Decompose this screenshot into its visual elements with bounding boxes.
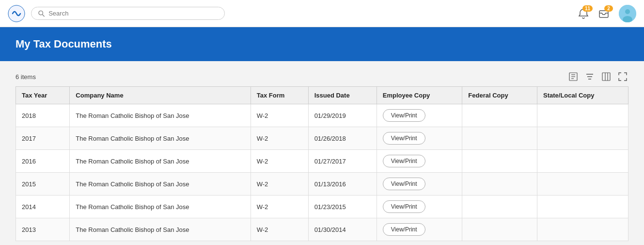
fullscreen-icon[interactable] [617, 71, 628, 82]
col-employee-copy: Employee Copy [377, 87, 462, 104]
cell-tax-year: 2016 [16, 150, 70, 173]
cell-issued-date: 01/23/2015 [308, 196, 377, 218]
main-content: 6 items [0, 61, 644, 245]
cell-state-copy [537, 218, 628, 241]
cell-issued-date: 01/27/2017 [308, 150, 377, 173]
cell-issued-date: 01/13/2016 [308, 173, 377, 196]
cell-employee-copy[interactable]: View/Print [377, 127, 462, 150]
table-toolbar: 6 items [16, 71, 628, 82]
svg-rect-14 [602, 73, 610, 81]
topbar-icons: 11 2 [578, 5, 636, 22]
cell-company-name: The Roman Catholic Bishop of San Jose [70, 218, 251, 241]
view-print-employee-button[interactable]: View/Print [383, 155, 425, 167]
page-header: My Tax Documents [0, 27, 644, 61]
cell-tax-year: 2017 [16, 127, 70, 150]
cell-federal-copy [462, 196, 537, 218]
tax-documents-table: Tax Year Company Name Tax Form Issued Da… [16, 86, 628, 241]
notifications-badge: 11 [582, 5, 593, 12]
cell-federal-copy [462, 104, 537, 127]
cell-company-name: The Roman Catholic Bishop of San Jose [70, 150, 251, 173]
view-print-employee-button[interactable]: View/Print [383, 223, 425, 236]
col-company-name: Company Name [70, 87, 251, 104]
inbox-button[interactable]: 2 [598, 8, 609, 19]
col-tax-year: Tax Year [16, 87, 70, 104]
search-box[interactable] [31, 7, 225, 20]
view-print-employee-button[interactable]: View/Print [383, 109, 425, 122]
table-row: 2013 The Roman Catholic Bishop of San Jo… [16, 218, 628, 241]
search-icon [38, 10, 45, 17]
cell-tax-year: 2014 [16, 196, 70, 218]
cell-employee-copy[interactable]: View/Print [377, 104, 462, 127]
cell-state-copy [537, 104, 628, 127]
columns-icon[interactable] [600, 71, 612, 82]
cell-state-copy [537, 150, 628, 173]
cell-tax-form: W-2 [251, 173, 308, 196]
cell-federal-copy [462, 173, 537, 196]
cell-issued-date: 01/30/2014 [308, 218, 377, 241]
cell-tax-year: 2013 [16, 218, 70, 241]
cell-tax-year: 2015 [16, 173, 70, 196]
cell-employee-copy[interactable]: View/Print [377, 196, 462, 218]
table-row: 2015 The Roman Catholic Bishop of San Jo… [16, 173, 628, 196]
svg-line-2 [42, 14, 44, 16]
cell-company-name: The Roman Catholic Bishop of San Jose [70, 104, 251, 127]
avatar[interactable] [619, 5, 636, 22]
cell-tax-form: W-2 [251, 196, 308, 218]
toolbar-icons [567, 71, 628, 82]
view-print-employee-button[interactable]: View/Print [383, 132, 425, 145]
table-header-row: Tax Year Company Name Tax Form Issued Da… [16, 87, 628, 104]
col-federal-copy: Federal Copy [462, 87, 537, 104]
cell-tax-form: W-2 [251, 104, 308, 127]
page-title: My Tax Documents [16, 38, 628, 50]
col-state-local-copy: State/Local Copy [537, 87, 628, 104]
items-count: 6 items [16, 73, 36, 81]
avatar-icon [619, 5, 636, 22]
table-row: 2016 The Roman Catholic Bishop of San Jo… [16, 150, 628, 173]
view-print-employee-button[interactable]: View/Print [383, 178, 425, 190]
workday-logo[interactable] [8, 5, 25, 22]
cell-tax-year: 2018 [16, 104, 70, 127]
filter-icon[interactable] [584, 71, 596, 82]
cell-federal-copy [462, 218, 537, 241]
cell-tax-form: W-2 [251, 218, 308, 241]
svg-point-5 [625, 9, 630, 14]
cell-employee-copy[interactable]: View/Print [377, 173, 462, 196]
svg-rect-3 [599, 11, 608, 17]
cell-issued-date: 01/26/2018 [308, 127, 377, 150]
notifications-button[interactable]: 11 [578, 8, 589, 19]
search-input[interactable] [48, 10, 218, 17]
cell-tax-form: W-2 [251, 150, 308, 173]
cell-issued-date: 01/29/2019 [308, 104, 377, 127]
view-print-employee-button[interactable]: View/Print [383, 200, 425, 213]
cell-federal-copy [462, 150, 537, 173]
cell-state-copy [537, 173, 628, 196]
cell-company-name: The Roman Catholic Bishop of San Jose [70, 196, 251, 218]
cell-tax-form: W-2 [251, 127, 308, 150]
cell-state-copy [537, 127, 628, 150]
table-row: 2017 The Roman Catholic Bishop of San Jo… [16, 127, 628, 150]
cell-company-name: The Roman Catholic Bishop of San Jose [70, 173, 251, 196]
col-issued-date: Issued Date [308, 87, 377, 104]
table-row: 2014 The Roman Catholic Bishop of San Jo… [16, 196, 628, 218]
cell-employee-copy[interactable]: View/Print [377, 150, 462, 173]
topbar: 11 2 [0, 0, 644, 27]
cell-state-copy [537, 196, 628, 218]
cell-federal-copy [462, 127, 537, 150]
table-row: 2018 The Roman Catholic Bishop of San Jo… [16, 104, 628, 127]
cell-employee-copy[interactable]: View/Print [377, 218, 462, 241]
col-tax-form: Tax Form [251, 87, 308, 104]
cell-company-name: The Roman Catholic Bishop of San Jose [70, 127, 251, 150]
export-icon[interactable] [567, 71, 579, 82]
inbox-badge: 2 [604, 5, 613, 12]
